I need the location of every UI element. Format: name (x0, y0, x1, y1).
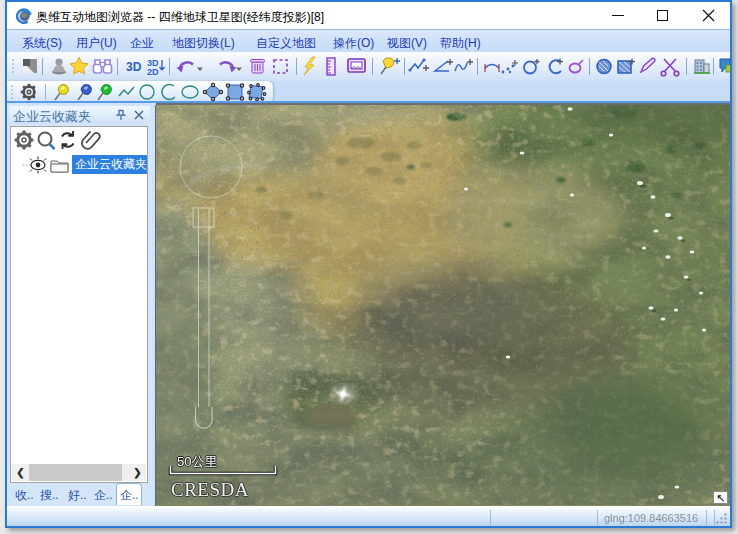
svg-text:2D: 2D (147, 67, 159, 77)
svg-text:3D: 3D (126, 60, 142, 74)
svg-text:3D: 3D (147, 58, 159, 68)
